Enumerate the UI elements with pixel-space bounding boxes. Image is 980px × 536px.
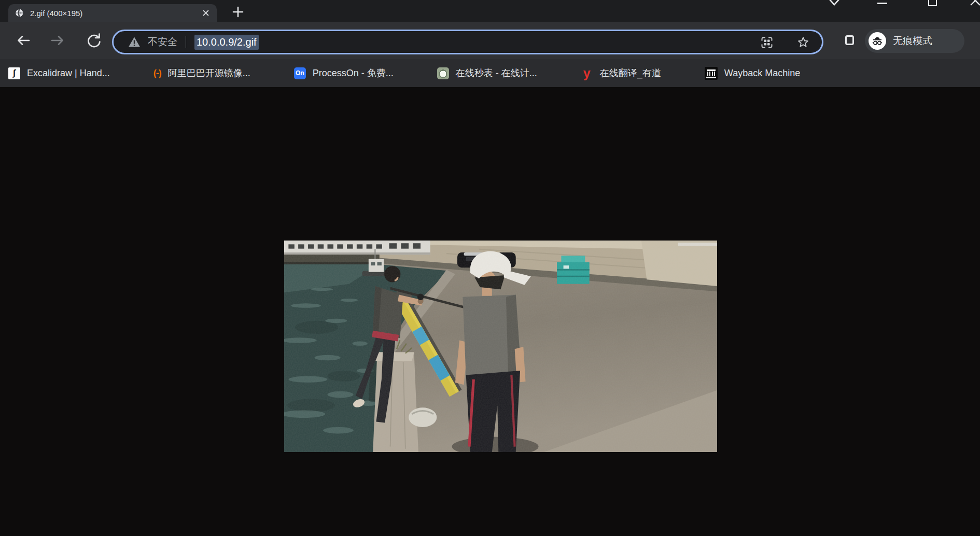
minimize-button[interactable] — [877, 3, 887, 4]
stopwatch-favicon — [437, 67, 449, 79]
bookmark-item-processon[interactable]: On ProcessOn - 免费... — [294, 63, 394, 83]
titlebar: 2.gif (400×195) — [0, 0, 980, 22]
address-bar[interactable]: 不安全 10.0.0.9/2.gif — [112, 30, 823, 54]
tab-title: 2.gif (400×195) — [30, 9, 197, 18]
close-window-button[interactable] — [969, 0, 980, 8]
qr-code-icon[interactable] — [760, 35, 774, 50]
incognito-label: 无痕模式 — [893, 34, 932, 48]
bookmark-label: 在线翻译_有道 — [600, 67, 661, 79]
reload-button[interactable] — [85, 32, 102, 49]
bookmark-item-wayback[interactable]: Wayback Machine — [705, 63, 800, 83]
not-secure-warning-icon[interactable] — [128, 36, 141, 48]
excalidraw-favicon — [8, 67, 20, 79]
processon-favicon: On — [294, 67, 306, 79]
incognito-icon — [869, 32, 886, 50]
security-chip-label[interactable]: 不安全 — [148, 35, 177, 49]
globe-favicon — [15, 8, 24, 18]
side-panel-icon[interactable] — [845, 35, 854, 45]
maximize-button[interactable] — [928, 0, 937, 6]
bookmark-item-excalidraw[interactable]: Excalidraw | Hand... — [8, 63, 110, 83]
tab-close-icon[interactable] — [201, 8, 211, 18]
browser-tab[interactable]: 2.gif (400×195) — [8, 4, 217, 22]
page-content — [0, 87, 980, 536]
bookmarks-bar: Excalidraw | Hand... (-) 阿里巴巴开源镜像... On … — [0, 59, 980, 87]
new-tab-button[interactable] — [231, 5, 245, 19]
bookmark-star-icon[interactable] — [796, 35, 810, 50]
bookmark-label: Wayback Machine — [724, 68, 800, 79]
wayback-favicon — [705, 67, 718, 80]
tab-search-chevron-icon[interactable] — [828, 0, 841, 9]
alibaba-favicon: (-) — [153, 67, 161, 79]
omnibox-divider — [186, 36, 186, 48]
bookmark-label: 在线秒表 - 在线计... — [456, 67, 537, 79]
youdao-favicon: y — [581, 67, 593, 79]
back-button[interactable] — [15, 32, 31, 49]
incognito-badge[interactable]: 无痕模式 — [865, 29, 964, 53]
bookmark-label: 阿里巴巴开源镜像... — [168, 67, 250, 79]
gif-image[interactable] — [284, 241, 717, 452]
bookmark-item-stopwatch[interactable]: 在线秒表 - 在线计... — [437, 63, 537, 83]
bookmark-label: ProcessOn - 免费... — [313, 67, 394, 79]
forward-button[interactable] — [50, 32, 66, 49]
toolbar: 不安全 10.0.0.9/2.gif 无痕模式 — [0, 22, 980, 59]
bookmark-item-youdao[interactable]: y 在线翻译_有道 — [581, 63, 661, 83]
bookmark-item-alibaba[interactable]: (-) 阿里巴巴开源镜像... — [153, 63, 250, 83]
bookmark-label: Excalidraw | Hand... — [27, 68, 110, 79]
url-text-selected[interactable]: 10.0.0.9/2.gif — [194, 35, 259, 50]
